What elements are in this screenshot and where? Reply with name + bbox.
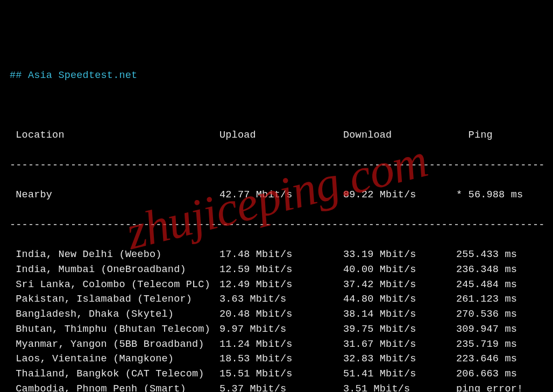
header-ping: Ping [456,128,543,143]
header-download: Download [343,128,456,143]
divider-line: ----------------------------------------… [10,158,543,173]
cell-ping: 261.123 ms [456,292,543,307]
cell-ping: 245.484 ms [456,277,543,293]
cell-download: 33.19 Mbit/s [343,247,456,262]
cell-upload: 11.24 Mbit/s [219,337,343,352]
cell-upload: 17.48 Mbit/s [219,247,343,262]
table-row: Laos, Vientaine (Mangkone)18.53 Mbit/s32… [10,352,543,367]
cell-location: Bhutan, Thimphu (Bhutan Telecom) [10,322,219,337]
nearby-ping: * 56.988 ms [456,188,543,203]
cell-location: Pakistan, Islamabad (Telenor) [10,292,219,307]
cell-ping: ping error! [456,382,543,392]
cell-location: Myanmar, Yangon (5BB Broadband) [10,337,219,352]
cell-upload: 5.37 Mbit/s [219,382,343,392]
cell-upload: 12.59 Mbit/s [219,262,343,277]
cell-location: India, Mumbai (OneBroadband) [10,262,219,277]
table-row: Bhutan, Thimphu (Bhutan Telecom)9.97 Mbi… [10,322,543,337]
cell-location: Cambodia, Phnom Penh (Smart) [10,382,219,392]
table-row: Cambodia, Phnom Penh (Smart)5.37 Mbit/s3… [10,382,543,392]
nearby-upload: 42.77 Mbit/s [219,188,343,203]
cell-ping: 206.663 ms [456,367,543,382]
cell-upload: 12.49 Mbit/s [219,277,343,293]
cell-upload: 9.97 Mbit/s [219,322,343,337]
nearby-row: Nearby 42.77 Mbit/s 89.22 Mbit/s * 56.98… [10,188,543,203]
cell-download: 31.67 Mbit/s [343,337,456,352]
cell-download: 51.41 Mbit/s [343,367,456,382]
cell-ping: 223.646 ms [456,352,543,367]
cell-ping: 235.719 ms [456,337,543,352]
cell-ping: 270.536 ms [456,307,543,322]
results-table: India, New Delhi (Weebo)17.48 Mbit/s33.1… [10,247,543,392]
cell-download: 3.51 Mbit/s [343,382,456,392]
table-row: Pakistan, Islamabad (Telenor)3.63 Mbit/s… [10,292,543,307]
cell-download: 32.83 Mbit/s [343,352,456,367]
cell-download: 40.00 Mbit/s [343,262,456,277]
divider-line: ----------------------------------------… [10,218,543,233]
nearby-location: Nearby [10,188,219,203]
header-row: Location Upload Download Ping [10,128,543,143]
blank-line [10,98,543,113]
nearby-download: 89.22 Mbit/s [343,188,456,203]
cell-download: 37.42 Mbit/s [343,277,456,293]
cell-location: Laos, Vientaine (Mangkone) [10,352,219,367]
cell-download: 38.14 Mbit/s [343,307,456,322]
cell-download: 44.80 Mbit/s [343,292,456,307]
table-row: Thailand, Bangkok (CAT Telecom)15.51 Mbi… [10,367,543,382]
table-row: Sri Lanka, Colombo (Telecom PLC)12.49 Mb… [10,277,543,293]
cell-location: Thailand, Bangkok (CAT Telecom) [10,367,219,382]
cell-upload: 3.63 Mbit/s [219,292,343,307]
header-location: Location [10,128,219,143]
cell-upload: 20.48 Mbit/s [219,307,343,322]
cell-download: 39.75 Mbit/s [343,322,456,337]
table-row: Bangladesh, Dhaka (Skytel)20.48 Mbit/s38… [10,307,543,322]
header-upload: Upload [219,128,343,143]
table-row: India, New Delhi (Weebo)17.48 Mbit/s33.1… [10,247,543,262]
table-row: India, Mumbai (OneBroadband)12.59 Mbit/s… [10,262,543,277]
cell-location: India, New Delhi (Weebo) [10,247,219,262]
cell-location: Sri Lanka, Colombo (Telecom PLC) [10,277,219,293]
table-row: Myanmar, Yangon (5BB Broadband)11.24 Mbi… [10,337,543,352]
cell-upload: 15.51 Mbit/s [219,367,343,382]
cell-ping: 255.433 ms [456,247,543,262]
section-title: ## Asia Speedtest.net [10,68,543,83]
cell-upload: 18.53 Mbit/s [219,352,343,367]
cell-location: Bangladesh, Dhaka (Skytel) [10,307,219,322]
cell-ping: 236.348 ms [456,262,543,277]
cell-ping: 309.947 ms [456,322,543,337]
